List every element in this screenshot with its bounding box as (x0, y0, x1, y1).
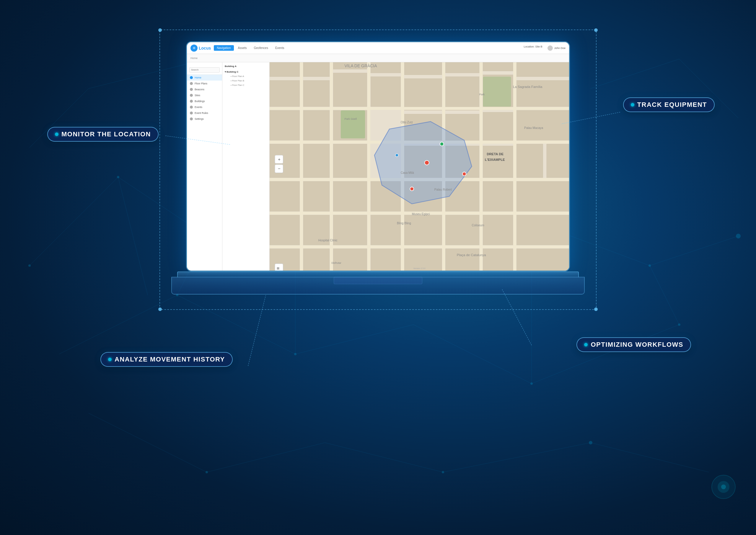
svg-rect-68 (270, 144, 299, 178)
svg-line-11 (531, 324, 679, 383)
svg-rect-90 (483, 215, 513, 245)
svg-text:VILA DE GRÀCIA: VILA DE GRÀCIA (345, 64, 378, 68)
svg-point-37 (442, 471, 444, 473)
svg-rect-99 (517, 249, 569, 270)
sidebar-item-sites[interactable]: Sites (187, 92, 222, 98)
svg-point-115 (425, 160, 429, 165)
tree-item-building-a[interactable]: Building A (222, 64, 269, 69)
map-area[interactable]: VILA DE GRÀCIA La Sagrada Família Palau … (270, 62, 569, 270)
svg-rect-86 (333, 215, 367, 245)
sidebar-item-event-rules[interactable]: Event Rules (187, 110, 222, 116)
svg-point-26 (117, 176, 119, 178)
buildings-icon (190, 100, 193, 103)
svg-rect-46 (303, 62, 330, 77)
svg-rect-49 (404, 62, 442, 75)
track-text: TRACK EQUIPMENT (637, 101, 707, 109)
svg-rect-83 (517, 182, 569, 211)
svg-line-20 (443, 443, 590, 472)
tree-panel: Building A ▾ Building C • Floor Plan A •… (222, 62, 270, 270)
user-avatar (548, 45, 553, 51)
svg-rect-45 (270, 62, 299, 77)
home-icon (190, 76, 193, 79)
monitor-dot (55, 132, 58, 136)
svg-rect-113 (341, 110, 365, 138)
sidebar-item-floor-plans[interactable]: Floor Plans (187, 81, 222, 86)
feature-label-optimize: OPTIMIZING WORKFLOWS (576, 337, 691, 352)
svg-text:Park: Park (479, 93, 485, 96)
svg-point-117 (410, 187, 414, 191)
svg-point-33 (294, 353, 296, 355)
tree-item-floor-a[interactable]: • Floor Plan A (222, 74, 269, 78)
user-name: John Doe (554, 47, 565, 49)
tree-item-floor-b[interactable]: • Floor Plan B (222, 78, 269, 83)
svg-line-19 (325, 443, 443, 472)
sidebar-item-home[interactable]: Home (187, 75, 222, 81)
svg-text:Disfrutar: Disfrutar (331, 262, 341, 265)
app-logo: ⊙ Locus (191, 44, 211, 52)
sidebar-item-events[interactable]: Events (187, 104, 222, 110)
svg-text:Palau Robert: Palau Robert (435, 188, 452, 191)
tab-assets[interactable]: Assets (235, 45, 250, 51)
svg-rect-73 (483, 146, 513, 178)
tab-navigation[interactable]: Navigation (214, 45, 234, 51)
svg-text:Museu Egipci: Museu Egipci (412, 212, 430, 216)
svg-point-119 (395, 154, 398, 157)
svg-point-36 (205, 471, 208, 473)
svg-rect-60 (517, 80, 569, 106)
svg-rect-53 (270, 80, 299, 106)
svg-rect-74 (517, 144, 543, 178)
sites-icon (190, 94, 193, 97)
svg-rect-58 (446, 77, 479, 110)
svg-rect-50 (446, 62, 479, 73)
version-text: Version 2.5.0 (413, 268, 426, 269)
search-input[interactable] (189, 67, 220, 72)
svg-point-39 (736, 234, 741, 239)
sidebar-item-beacons[interactable]: Beacons (187, 86, 222, 92)
laptop-screen: ⊙ Locus Navigation Assets Geofences Even… (186, 41, 570, 271)
svg-text:Bling Bling: Bling Bling (397, 222, 411, 225)
sidebar-label-sites: Sites (195, 94, 200, 97)
svg-rect-55 (333, 73, 367, 106)
optimize-text: OPTIMIZING WORKFLOWS (590, 341, 683, 349)
svg-point-34 (530, 382, 533, 385)
svg-line-6 (650, 236, 738, 266)
sidebar-label-floor-plans: Floor Plans (195, 82, 207, 85)
svg-point-40 (28, 265, 31, 267)
svg-rect-94 (333, 249, 367, 270)
svg-rect-56 (371, 77, 401, 106)
svg-point-35 (678, 324, 680, 326)
svg-text:La Sagrada Família: La Sagrada Família (513, 85, 542, 89)
svg-point-43 (721, 485, 726, 489)
svg-rect-54 (303, 80, 330, 106)
svg-point-116 (463, 172, 466, 176)
analyze-text: ANALYZE MOVEMENT HISTORY (115, 355, 225, 363)
svg-text:Coliseum: Coliseum (471, 224, 484, 227)
svg-rect-88 (404, 215, 442, 245)
tab-events[interactable]: Events (272, 45, 287, 51)
svg-rect-114 (483, 77, 511, 106)
svg-rect-75 (547, 144, 569, 178)
svg-line-10 (413, 324, 531, 383)
sidebar-item-settings[interactable]: Settings (187, 116, 222, 122)
beacons-icon (190, 88, 193, 91)
laptop-base-top (177, 271, 579, 277)
svg-rect-57 (404, 78, 442, 110)
svg-text:⊞: ⊞ (277, 267, 279, 270)
svg-rect-92 (270, 249, 299, 270)
app-ui: ⊙ Locus Navigation Assets Geofences Even… (187, 42, 569, 270)
svg-text:Park Güell: Park Güell (345, 118, 357, 120)
events-icon (190, 106, 193, 109)
sidebar-label-event-rules: Event Rules (195, 112, 208, 115)
svg-line-0 (30, 177, 118, 266)
tree-item-floor-c[interactable]: • Floor Plan C (222, 83, 269, 87)
svg-line-16 (650, 266, 679, 324)
tab-geofences[interactable]: Geofences (251, 45, 271, 51)
sidebar-item-buildings[interactable]: Buildings (187, 98, 222, 104)
svg-rect-91 (517, 215, 569, 245)
feature-label-analyze: ANALYZE MOVEMENT HISTORY (101, 352, 233, 367)
svg-rect-77 (303, 182, 330, 211)
logo-icon: ⊙ (191, 44, 197, 52)
event-rules-icon (190, 112, 193, 115)
map-svg: VILA DE GRÀCIA La Sagrada Família Palau … (270, 62, 569, 270)
tree-item-building-c[interactable]: ▾ Building C (222, 70, 269, 74)
